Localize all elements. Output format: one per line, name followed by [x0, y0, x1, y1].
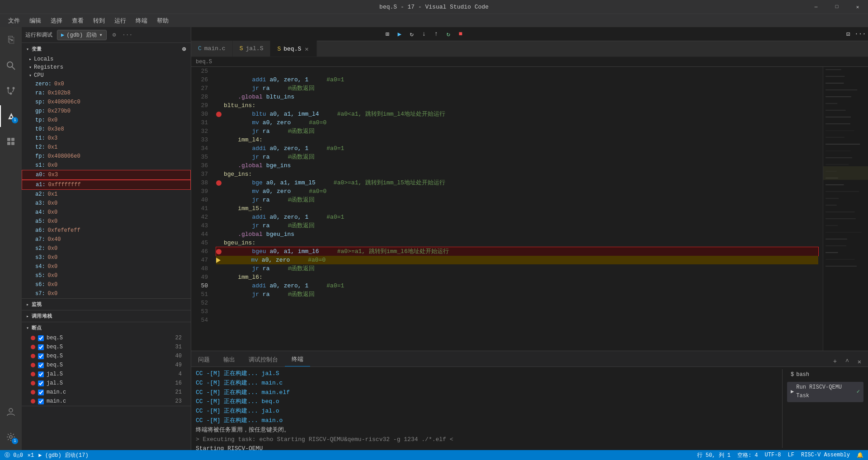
menu-view[interactable]: 查看 — [68, 15, 87, 26]
terminal-riscv[interactable]: ▶ Run RISCV-QEMU Task ✓ — [787, 382, 863, 402]
activity-explorer[interactable]: ⎘ — [0, 29, 22, 51]
code-line[interactable]: addi a0, zero, 1#a0=1 — [216, 282, 818, 290]
code-line[interactable]: .global bltu_ins — [216, 93, 818, 101]
debug-settings-btn[interactable]: ⚙ — [109, 29, 120, 40]
menu-edit[interactable]: 编辑 — [26, 15, 45, 26]
activity-settings[interactable]: 1 — [0, 426, 22, 448]
breakpoint-item[interactable]: beq.S 40 — [22, 352, 191, 361]
menu-help[interactable]: 帮助 — [153, 15, 172, 26]
breakpoint-marker[interactable] — [216, 112, 222, 117]
register-item[interactable]: gp:0x279b0 — [22, 107, 191, 116]
code-line[interactable]: jr ra#函数返回 — [216, 264, 818, 273]
breakpoint-checkbox[interactable] — [38, 399, 44, 404]
code-line[interactable]: bgeu_ins: — [216, 239, 818, 247]
register-item[interactable]: a2:0x1 — [22, 190, 191, 199]
register-item[interactable]: t2:0x1 — [22, 143, 191, 152]
register-item[interactable]: t1:0x3 — [22, 134, 191, 143]
code-line[interactable]: jr ra#函数返回 — [216, 221, 818, 230]
layout-btn[interactable]: ⊡ — [843, 28, 854, 39]
activity-debug[interactable]: 1 — [0, 105, 22, 127]
tab-main-c[interactable]: C main.c — [191, 41, 233, 56]
menu-goto[interactable]: 转到 — [90, 15, 108, 26]
code-line[interactable]: addi a0, zero, 1#a0=1 — [216, 144, 818, 153]
tab-close-btn[interactable]: ✕ — [304, 44, 309, 54]
register-item[interactable]: s4:0x0 — [22, 262, 191, 271]
status-errors[interactable]: ⓪ 0△0 — [5, 451, 23, 459]
register-item[interactable]: a0:0x3 — [22, 170, 191, 180]
breakpoint-checkbox[interactable] — [38, 335, 44, 341]
status-cursor[interactable]: 行 50, 列 1 — [697, 451, 731, 459]
terminal-main[interactable]: CC -[M] 正在构建... jal.SCC -[M] 正在构建... mai… — [196, 369, 778, 448]
register-item[interactable]: s6:0x0 — [22, 280, 191, 289]
stop-btn[interactable]: ■ — [455, 28, 466, 39]
menu-file[interactable]: 文件 — [5, 15, 24, 26]
status-problems[interactable]: ✕1 — [28, 452, 34, 459]
code-line[interactable]: jr ra#函数返回 — [216, 84, 818, 93]
step-over-btn[interactable]: ↻ — [406, 28, 417, 39]
step-out-btn[interactable]: ↑ — [431, 28, 442, 39]
register-item[interactable]: ra:0x102b8 — [22, 89, 191, 98]
register-item[interactable]: a5:0x0 — [22, 217, 191, 226]
step-into-btn[interactable]: ↓ — [419, 28, 429, 39]
status-debug-session[interactable]: ▶ (gdb) 启动(17) — [38, 451, 88, 459]
register-item[interactable]: s3:0x0 — [22, 253, 191, 262]
variables-header[interactable]: ▾ 变量 ⊕ — [22, 43, 191, 55]
activity-account[interactable] — [0, 401, 22, 422]
panel-close-btn[interactable]: ✕ — [854, 357, 864, 366]
status-notifications[interactable]: 🔔 — [857, 452, 863, 459]
code-line[interactable]: bge_ins: — [216, 170, 818, 178]
panel-maximize-btn[interactable]: ^ — [842, 357, 852, 366]
register-item[interactable]: s2:0x0 — [22, 244, 191, 253]
variables-add-btn[interactable]: ⊕ — [182, 45, 186, 53]
activity-source-control[interactable] — [0, 80, 22, 102]
panel-tab-debug-console[interactable]: 调试控制台 — [242, 353, 285, 366]
panel-tab-output[interactable]: 输出 — [217, 353, 242, 366]
register-item[interactable]: a3:0x0 — [22, 199, 191, 208]
menu-run[interactable]: 运行 — [111, 15, 130, 26]
breakpoint-checkbox[interactable] — [38, 353, 44, 359]
close-button[interactable]: ✕ — [847, 0, 868, 14]
terminal-bash[interactable]: $ bash — [787, 369, 863, 380]
code-line[interactable]: bge a0, a1, imm_l5#a0>=a1, 跳转到imm_l5地址处开… — [216, 178, 818, 187]
register-item[interactable]: a6:0xfefefeff — [22, 226, 191, 235]
debug-more-btn[interactable]: ··· — [122, 29, 133, 40]
code-line[interactable]: jr ra#函数返回 — [216, 196, 818, 204]
code-line[interactable]: jr ra#函数返回 — [216, 290, 818, 299]
status-language[interactable]: RISC-V Assembly — [801, 452, 850, 458]
code-line[interactable]: jr ra#函数返回 — [216, 127, 818, 136]
register-item[interactable]: s5:0x0 — [22, 271, 191, 280]
register-item[interactable]: a7:0x40 — [22, 235, 191, 244]
code-line[interactable]: addi a0, zero, 1#a0=1 — [216, 75, 818, 84]
breakpoint-checkbox[interactable] — [38, 380, 44, 386]
registers-header[interactable]: ▾ Registers — [22, 63, 191, 71]
breakpoint-item[interactable]: jal.S 16 — [22, 379, 191, 388]
code-line[interactable]: imm_l5: — [216, 204, 818, 213]
continue-btn[interactable]: ▶ — [394, 28, 405, 39]
debug-session-select[interactable]: ▶ (gdb) 启动 ▾ — [57, 30, 107, 40]
code-line[interactable]: mv a0, zero#a0=0 — [216, 118, 818, 127]
register-item[interactable]: tp:0x0 — [22, 116, 191, 125]
maximize-button[interactable]: □ — [826, 0, 847, 14]
code-line[interactable]: bltu a0, a1, imm_l4#a0<a1, 跳转到imm_l4地址处开… — [216, 110, 818, 118]
activity-extensions[interactable] — [0, 131, 22, 152]
code-line[interactable]: bgeu a0, a1, imm_l6#a0>=a1, 跳转到imm_l6地址处… — [216, 247, 818, 256]
code-line[interactable] — [216, 67, 818, 75]
code-line[interactable]: addi a0, zero, 1#a0=1 — [216, 213, 818, 221]
breakpoint-item[interactable]: jal.S 4 — [22, 370, 191, 379]
breakpoint-item[interactable]: main.c 21 — [22, 388, 191, 397]
register-item[interactable]: s7:0x0 — [22, 289, 191, 298]
breakpoint-marker[interactable] — [216, 180, 222, 186]
cpu-header[interactable]: ▾ CPU — [22, 71, 191, 80]
panel-add-btn[interactable]: + — [830, 357, 840, 366]
breakpoint-checkbox[interactable] — [38, 390, 44, 395]
register-item[interactable]: a1:0xffffffff — [22, 180, 191, 190]
watch-header[interactable]: ▸ 监视 — [22, 299, 191, 310]
code-line[interactable]: mv a0, zero#a0=0 — [216, 187, 818, 196]
code-line[interactable]: .global bgeu_ins — [216, 230, 818, 239]
breakpoint-marker[interactable] — [216, 249, 222, 254]
tab-jal-s[interactable]: S jal.S — [233, 41, 271, 56]
menu-terminal[interactable]: 终端 — [132, 15, 151, 26]
code-line[interactable]: mv a0, zero#a0=0 — [216, 256, 818, 264]
debug-grid-btn[interactable]: ⊞ — [382, 28, 393, 39]
breakpoint-checkbox[interactable] — [38, 371, 44, 377]
